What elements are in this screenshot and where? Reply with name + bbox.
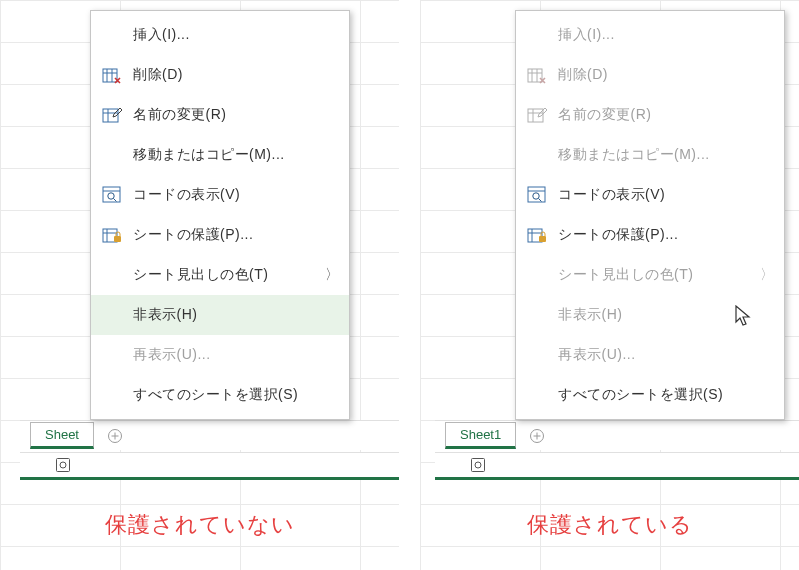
svg-rect-0 [103,69,117,82]
protect-sheet-icon [526,224,548,246]
cursor-icon [735,305,753,327]
menu-item-label: 挿入(I)... [133,26,335,44]
svg-rect-16 [472,459,485,472]
menu-item-3: 移動またはコピー(M)... [516,135,784,175]
blank-icon [101,144,123,166]
blank-icon [526,344,548,366]
record-macro-icon[interactable] [471,458,489,472]
new-sheet-button[interactable] [102,423,128,449]
menu-item-1: 削除(D) [516,55,784,95]
menu-item-label: シート見出しの色(T) [133,266,325,284]
sheet-context-menu: 挿入(I)...削除(D)名前の変更(R)移動またはコピー(M)...コードの表… [515,10,785,420]
svg-rect-10 [528,109,543,122]
menu-item-label: 移動またはコピー(M)... [133,146,335,164]
blank-icon [101,264,123,286]
sheet-rename-icon [526,104,548,126]
menu-item-9[interactable]: すべてのシートを選択(S) [91,375,349,415]
sheet-context-menu: 挿入(I)...削除(D)名前の変更(R)移動またはコピー(M)...コードの表… [90,10,350,420]
svg-point-8 [60,462,66,468]
menu-item-3[interactable]: 移動またはコピー(M)... [91,135,349,175]
panel-unprotected: 挿入(I)...削除(D)名前の変更(R)移動またはコピー(M)...コードの表… [0,0,399,570]
sheet-tab[interactable]: Sheet [30,422,94,449]
blank-icon [101,24,123,46]
menu-item-2: 名前の変更(R) [516,95,784,135]
menu-item-9[interactable]: すべてのシートを選択(S) [516,375,784,415]
menu-item-label: コードの表示(V) [133,186,335,204]
panel-protected: 挿入(I)...削除(D)名前の変更(R)移動またはコピー(M)...コードの表… [420,0,799,570]
blank-icon [101,304,123,326]
menu-item-0[interactable]: 挿入(I)... [91,15,349,55]
menu-item-5[interactable]: シートの保護(P)... [91,215,349,255]
blank-icon [526,304,548,326]
menu-item-label: 移動またはコピー(M)... [558,146,770,164]
menu-item-label: 名前の変更(R) [133,106,335,124]
menu-item-label: 再表示(U)... [558,346,770,364]
status-bar [435,452,799,480]
menu-item-label: 削除(D) [558,66,770,84]
status-bar [20,452,399,480]
svg-rect-7 [57,459,70,472]
menu-item-label: シート見出しの色(T) [558,266,760,284]
menu-item-label: すべてのシートを選択(S) [133,386,335,404]
menu-item-6: シート見出しの色(T)〉 [516,255,784,295]
menu-item-label: 非表示(H) [133,306,335,324]
menu-item-label: コードの表示(V) [558,186,770,204]
record-macro-icon[interactable] [56,458,74,472]
sheet-delete-icon [526,64,548,86]
chevron-right-icon: 〉 [325,266,335,284]
svg-rect-1 [103,109,118,122]
sheet-tab[interactable]: Sheet1 [445,422,516,449]
svg-point-17 [475,462,481,468]
menu-item-label: シートの保護(P)... [558,226,770,244]
svg-rect-14 [539,236,546,242]
svg-rect-11 [528,187,545,202]
panel-caption: 保護されている [420,510,799,540]
menu-item-7[interactable]: 非表示(H) [91,295,349,335]
panel-caption: 保護されていない [0,510,399,540]
sheet-tab-strip: Sheet1 [435,420,799,450]
menu-item-2[interactable]: 名前の変更(R) [91,95,349,135]
chevron-right-icon: 〉 [760,266,770,284]
menu-item-8: 再表示(U)... [91,335,349,375]
menu-item-6[interactable]: シート見出しの色(T)〉 [91,255,349,295]
menu-item-8: 再表示(U)... [516,335,784,375]
blank-icon [526,384,548,406]
menu-item-0: 挿入(I)... [516,15,784,55]
blank-icon [526,24,548,46]
sheet-rename-icon [101,104,123,126]
protect-sheet-icon [101,224,123,246]
menu-item-label: 削除(D) [133,66,335,84]
svg-rect-2 [103,187,120,202]
view-code-icon [526,184,548,206]
menu-item-4[interactable]: コードの表示(V) [516,175,784,215]
view-code-icon [101,184,123,206]
menu-item-4[interactable]: コードの表示(V) [91,175,349,215]
menu-item-label: シートの保護(P)... [133,226,335,244]
svg-rect-5 [114,236,121,242]
svg-rect-9 [528,69,542,82]
menu-item-label: すべてのシートを選択(S) [558,386,770,404]
blank-icon [101,344,123,366]
sheet-tab-strip: Sheet [20,420,399,450]
menu-item-5[interactable]: シートの保護(P)... [516,215,784,255]
new-sheet-button[interactable] [524,423,550,449]
menu-item-1[interactable]: 削除(D) [91,55,349,95]
menu-item-label: 挿入(I)... [558,26,770,44]
svg-point-3 [108,193,114,199]
sheet-delete-icon [101,64,123,86]
blank-icon [526,144,548,166]
menu-item-label: 名前の変更(R) [558,106,770,124]
blank-icon [526,264,548,286]
svg-point-12 [533,193,539,199]
menu-item-label: 再表示(U)... [133,346,335,364]
blank-icon [101,384,123,406]
